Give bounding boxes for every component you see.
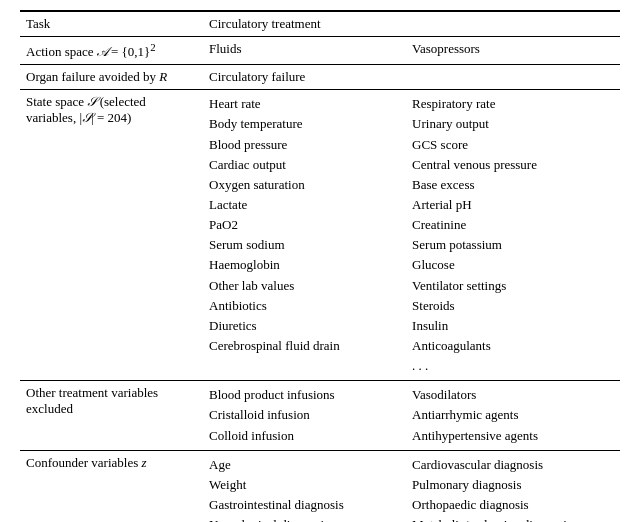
state-base-excess: Base excess	[412, 175, 614, 195]
action-space-row: Action space 𝒜 = {0,1}2 Fluids Vasopress…	[20, 37, 620, 65]
state-ventilator: Ventilator settings	[412, 276, 614, 296]
state-body-temp: Body temperature	[209, 114, 400, 134]
state-antibiotics: Antibiotics	[209, 296, 400, 316]
other-treatment-row: Other treatment variables excluded Blood…	[20, 381, 620, 450]
treat-vasodilators: Vasodilators	[412, 385, 614, 405]
treat-antihypertensive: Antihypertensive agents	[412, 426, 614, 446]
state-steroids: Steroids	[412, 296, 614, 316]
state-ellipsis: . . .	[412, 356, 614, 376]
state-lactate: Lactate	[209, 195, 400, 215]
state-pao2: PaO2	[209, 215, 400, 235]
state-anticoagulants: Anticoagulants	[412, 336, 614, 356]
conf-neuro: Neurological diagnosis	[209, 515, 400, 522]
treat-colloid: Colloid infusion	[209, 426, 400, 446]
state-space-label: State space 𝒮 (selected variables, |𝒮| =…	[20, 90, 203, 381]
state-resp-rate: Respiratory rate	[412, 94, 614, 114]
state-insulin: Insulin	[412, 316, 614, 336]
conf-gastro: Gastrointestinal diagnosis	[209, 495, 400, 515]
state-diuretics: Diuretics	[209, 316, 400, 336]
state-cvp: Central venous pressure	[412, 155, 614, 175]
treat-cristalloid: Cristalloid infusion	[209, 405, 400, 425]
confounder-col3: Cardiovascular diagnosis Pulmonary diagn…	[406, 450, 620, 522]
state-space-col3: Respiratory rate Urinary output GCS scor…	[406, 90, 620, 381]
state-creatinine: Creatinine	[412, 215, 614, 235]
confounder-col2: Age Weight Gastrointestinal diagnosis Ne…	[203, 450, 406, 522]
confounder-label: Confounder variables z	[20, 450, 203, 522]
state-serum-sodium: Serum sodium	[209, 235, 400, 255]
header-task: Task	[20, 11, 203, 37]
state-space-col2: Heart rate Body temperature Blood pressu…	[203, 90, 406, 381]
treat-antiarrhymic: Antiarrhymic agents	[412, 405, 614, 425]
header-circulatory: Circulatory treatment	[203, 11, 620, 37]
conf-orthopaedic: Orthopaedic diagnosis	[412, 495, 614, 515]
conf-metabolic: Metabolic/endocrine diagnosis	[412, 515, 614, 522]
conf-age: Age	[209, 455, 400, 475]
state-space-row: State space 𝒮 (selected variables, |𝒮| =…	[20, 90, 620, 381]
other-treatment-col3: Vasodilators Antiarrhymic agents Antihyp…	[406, 381, 620, 450]
state-blood-pressure: Blood pressure	[209, 135, 400, 155]
state-cardiac-output: Cardiac output	[209, 155, 400, 175]
action-space-fluids: Fluids	[203, 37, 406, 65]
state-gcs: GCS score	[412, 135, 614, 155]
state-csf-drain: Cerebrospinal fluid drain	[209, 336, 400, 356]
state-haemoglobin: Haemoglobin	[209, 255, 400, 275]
treat-blood-product: Blood product infusions	[209, 385, 400, 405]
conf-cardiovascular: Cardiovascular diagnosis	[412, 455, 614, 475]
other-treatment-label: Other treatment variables excluded	[20, 381, 203, 450]
other-treatment-col2: Blood product infusions Cristalloid infu…	[203, 381, 406, 450]
organ-failure-row: Organ failure avoided by R Circulatory f…	[20, 65, 620, 90]
conf-pulmonary: Pulmonary diagnosis	[412, 475, 614, 495]
action-space-label: Action space 𝒜 = {0,1}2	[20, 37, 203, 65]
conf-weight: Weight	[209, 475, 400, 495]
action-space-vasopressors: Vasopressors	[406, 37, 620, 65]
organ-failure-label: Organ failure avoided by R	[20, 65, 203, 90]
organ-failure-value: Circulatory failure	[203, 65, 620, 90]
state-urinary-output: Urinary output	[412, 114, 614, 134]
state-glucose: Glucose	[412, 255, 614, 275]
confounder-row: Confounder variables z Age Weight Gastro…	[20, 450, 620, 522]
state-other-lab: Other lab values	[209, 276, 400, 296]
state-heart-rate: Heart rate	[209, 94, 400, 114]
state-oxygen-sat: Oxygen saturation	[209, 175, 400, 195]
state-arterial-ph: Arterial pH	[412, 195, 614, 215]
state-serum-potassium: Serum potassium	[412, 235, 614, 255]
